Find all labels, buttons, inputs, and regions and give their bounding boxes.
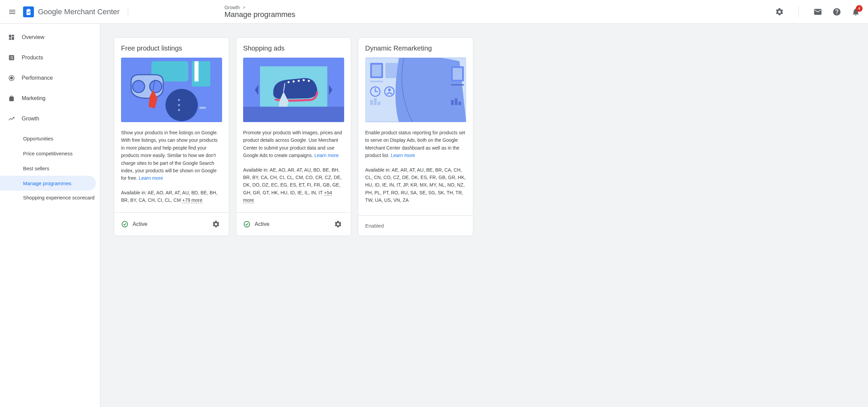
status-active: Active [243, 220, 270, 228]
sidebar-item-overview[interactable]: Overview [0, 29, 100, 45]
sidebar-item-label: Performance [22, 75, 53, 81]
notifications-button[interactable]: 4 [848, 4, 864, 20]
sidebar-item-label: Growth [22, 116, 39, 122]
list-icon [8, 54, 15, 61]
main-content: Free product listings [100, 24, 868, 407]
learn-more-link[interactable]: Learn more [391, 153, 415, 158]
card-illustration [365, 58, 466, 122]
trending-icon [8, 115, 15, 122]
svg-rect-3 [195, 61, 199, 82]
card-illustration [121, 58, 222, 122]
svg-rect-39 [451, 100, 454, 105]
divider [128, 6, 128, 17]
sidebar-item-label: Overview [22, 34, 44, 40]
svg-rect-27 [372, 65, 381, 77]
svg-point-21 [308, 80, 310, 82]
card-illustration [243, 58, 344, 122]
check-circle-icon [121, 220, 129, 228]
sidebar-item-label: Marketing [22, 95, 45, 101]
svg-rect-37 [453, 68, 462, 80]
sidebar-item-products[interactable]: Products [0, 50, 100, 66]
sidebar-item-growth[interactable]: Growth [0, 111, 100, 127]
status-label: Active [133, 221, 147, 227]
card-title: Shopping ads [243, 44, 344, 52]
svg-point-10 [178, 109, 180, 111]
svg-rect-33 [374, 98, 377, 105]
svg-point-24 [244, 221, 250, 227]
card-settings-button[interactable] [210, 218, 222, 230]
svg-rect-38 [451, 84, 464, 85]
card-title: Free product listings [121, 44, 222, 52]
svg-point-4 [133, 80, 145, 93]
card-availability: Available in: AE, AR, AT, AU, BE, BR, CA… [365, 166, 466, 204]
svg-rect-23 [243, 107, 344, 122]
card-free-product-listings: Free product listings [114, 37, 229, 236]
sidebar: Overview Products Performance Marketing … [0, 24, 100, 407]
svg-rect-35 [386, 63, 398, 78]
svg-rect-34 [378, 102, 380, 105]
sidebar-sub-manage-programmes[interactable]: Manage programmes [0, 176, 96, 191]
donut-icon [8, 75, 15, 81]
svg-point-8 [178, 99, 180, 101]
svg-rect-41 [458, 102, 461, 105]
mail-button[interactable] [810, 4, 826, 20]
sidebar-sub-best-sellers[interactable]: Best sellers [0, 161, 96, 176]
merchant-center-logo-icon [23, 6, 34, 17]
logo-text: Google Merchant Center [38, 7, 120, 16]
sidebar-sub-shopping-scorecard[interactable]: Shopping experience scorecard [0, 191, 96, 205]
card-dynamic-remarketing: Dynamic Remarketing [358, 37, 473, 236]
svg-point-12 [122, 221, 128, 227]
check-circle-icon [243, 220, 251, 228]
sidebar-item-performance[interactable]: Performance [0, 70, 100, 86]
notification-badge: 4 [856, 5, 863, 12]
divider [798, 6, 799, 17]
card-title: Dynamic Remarketing [365, 44, 466, 52]
status-label: Active [255, 221, 270, 227]
menu-button[interactable] [4, 4, 20, 20]
svg-point-17 [288, 81, 290, 83]
card-availability: Available in: AE, AO, AR, AT, AU, BD, BE… [243, 166, 344, 204]
sidebar-item-marketing[interactable]: Marketing [0, 90, 100, 106]
chevron-right-icon [242, 5, 246, 10]
card-description: Promote your products with images, price… [243, 129, 344, 159]
breadcrumb-parent: Growth [224, 5, 240, 10]
svg-point-5 [150, 80, 162, 93]
status-enabled: Enabled [365, 223, 384, 229]
help-button[interactable] [829, 4, 845, 20]
sidebar-item-label: Products [22, 55, 43, 61]
svg-rect-40 [455, 98, 457, 105]
card-settings-button[interactable] [332, 218, 344, 230]
card-description: Show your products in free listings on G… [121, 129, 222, 182]
sidebar-sub-opportunities[interactable]: Opportunities [0, 131, 96, 146]
svg-rect-11 [199, 107, 206, 109]
svg-point-19 [298, 80, 300, 82]
bag-icon [8, 95, 15, 102]
more-countries-link[interactable]: +79 more [182, 197, 202, 203]
svg-point-9 [178, 104, 180, 106]
svg-point-31 [388, 89, 391, 91]
learn-more-link[interactable]: Learn more [314, 153, 339, 158]
learn-more-link[interactable]: Learn more [139, 175, 163, 181]
breadcrumb[interactable]: Growth [224, 5, 771, 10]
card-description: Enable product status reporting for prod… [365, 129, 466, 159]
svg-point-18 [293, 80, 295, 82]
svg-point-20 [303, 79, 305, 81]
svg-point-7 [165, 89, 198, 121]
svg-rect-32 [370, 100, 373, 105]
settings-button[interactable] [771, 4, 788, 20]
card-shopping-ads: Shopping ads [236, 37, 351, 236]
page-title: Manage programmes [224, 10, 771, 19]
sidebar-sub-price-competitiveness[interactable]: Price competitiveness [0, 146, 96, 161]
logo[interactable]: Google Merchant Center [23, 6, 120, 17]
dashboard-icon [8, 34, 15, 41]
card-availability: Available in: AE, AO, AR, AT, AU, BD, BE… [121, 189, 222, 204]
status-active: Active [121, 220, 147, 228]
svg-rect-28 [370, 81, 383, 82]
